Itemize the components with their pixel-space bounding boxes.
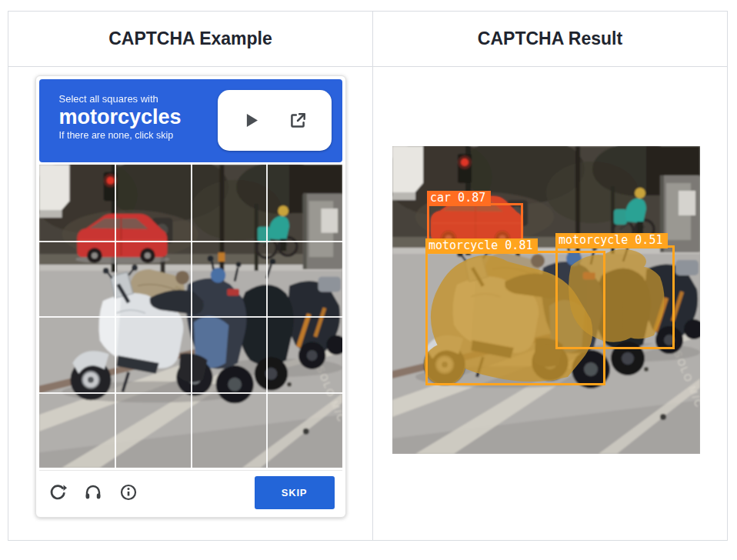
captcha-action-panel (218, 90, 332, 151)
grid-line-vertical (266, 165, 268, 468)
grid-line-horizontal (39, 392, 342, 394)
skip-button[interactable]: SKIP (255, 476, 335, 509)
detection-box-motorcycle-0.51: motorcycle 0.51 (555, 245, 675, 349)
reload-icon[interactable] (48, 483, 67, 502)
header-captcha-result-label: CAPTCHA Result (478, 28, 622, 49)
captcha-image-grid[interactable] (39, 165, 342, 468)
header-captcha-example-label: CAPTCHA Example (108, 28, 272, 49)
grid-line-horizontal (39, 316, 342, 318)
detection-label: car 0.87 (427, 191, 491, 206)
cell-captcha-result: car 0.87motorcycle 0.81motorcycle 0.51 (373, 67, 727, 541)
play-icon[interactable] (241, 110, 262, 131)
header-captcha-example: CAPTCHA Example (8, 12, 373, 66)
table-body-row: Select all squares with motorcycles If t… (8, 67, 727, 541)
detection-label: motorcycle 0.81 (425, 238, 538, 254)
captcha-toolbar: SKIP (39, 470, 342, 514)
header-captcha-result: CAPTCHA Result (373, 12, 727, 66)
detection-label: motorcycle 0.51 (555, 233, 668, 248)
captcha-widget: Select all squares with motorcycles If t… (35, 75, 346, 518)
open-external-icon[interactable] (288, 111, 308, 131)
headphones-icon[interactable] (84, 483, 102, 502)
result-image: car 0.87motorcycle 0.81motorcycle 0.51 (392, 146, 700, 454)
captcha-instructions: Select all squares with motorcycles If t… (39, 79, 342, 162)
comparison-table: CAPTCHA Example CAPTCHA Result Select al… (8, 11, 728, 541)
info-icon[interactable] (119, 483, 138, 502)
table-header-row: CAPTCHA Example CAPTCHA Result (8, 12, 727, 67)
cell-captcha-example: Select all squares with motorcycles If t… (8, 67, 373, 541)
